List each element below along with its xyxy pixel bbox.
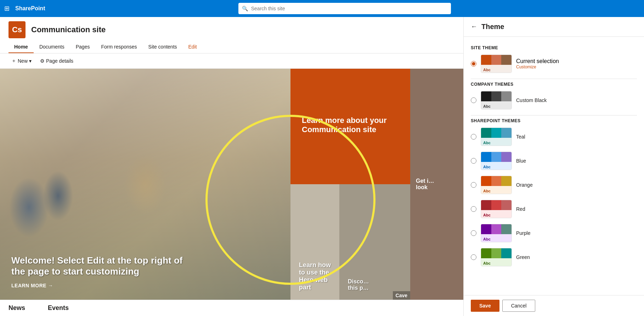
hero-main-tile[interactable]: Welcome! Select Edit at the top right of… bbox=[0, 69, 290, 300]
swatch-abc-orange: Abc bbox=[483, 189, 491, 193]
theme-swatch-blue: Abc bbox=[481, 152, 512, 170]
hero-tile-partial[interactable]: Get i…look bbox=[410, 69, 463, 300]
swatch-abc-blue: Abc bbox=[483, 165, 491, 169]
hero-tiles-bottom: Learn how to use the Hero web part Disco… bbox=[290, 184, 410, 300]
nav-home[interactable]: Home bbox=[9, 41, 34, 53]
toolbar: ＋ New ▾ ⚙ Page details bbox=[0, 53, 463, 69]
site-theme-label: Site theme bbox=[471, 45, 637, 50]
back-arrow-icon: ← bbox=[471, 23, 477, 30]
theme-option-red[interactable]: Abc Red bbox=[471, 200, 637, 218]
hero-tile-2-heading: Learn how to use the Hero web part bbox=[299, 261, 331, 291]
swatch-abc-custom-black: Abc bbox=[483, 104, 491, 108]
theme-swatch-green: Abc bbox=[481, 248, 512, 266]
theme-name-purple: Purple bbox=[516, 230, 530, 236]
theme-swatch-teal: Abc bbox=[481, 128, 512, 146]
theme-swatch-red: Abc bbox=[481, 200, 512, 218]
nav-documents[interactable]: Documents bbox=[34, 41, 70, 53]
nav-form-responses[interactable]: Form responses bbox=[95, 41, 142, 53]
panel-back-button[interactable]: ← bbox=[471, 23, 477, 30]
panel-footer: Save Cancel bbox=[464, 295, 644, 316]
theme-name-current: Current selection Customize bbox=[516, 58, 559, 69]
theme-swatch-current: Abc bbox=[481, 55, 512, 73]
swatch-abc-purple: Abc bbox=[483, 237, 491, 241]
nav-edit[interactable]: Edit bbox=[183, 41, 203, 53]
divider-1 bbox=[471, 79, 637, 79]
hero-learn-more-link[interactable]: LEARN MORE → bbox=[11, 283, 279, 288]
theme-option-current[interactable]: Abc Current selection Customize bbox=[471, 55, 637, 73]
panel-header: ← Theme bbox=[464, 17, 644, 37]
grid-icon[interactable]: ⊞ bbox=[4, 5, 10, 12]
swatch-abc-green: Abc bbox=[483, 261, 491, 265]
hero-main-bg: Welcome! Select Edit at the top right of… bbox=[0, 69, 290, 300]
theme-option-blue[interactable]: Abc Blue bbox=[471, 152, 637, 170]
theme-name-custom-black: Custom Black bbox=[516, 97, 547, 103]
save-button[interactable]: Save bbox=[471, 300, 499, 312]
hero-section: Welcome! Select Edit at the top right of… bbox=[0, 69, 463, 300]
theme-name-teal: Teal bbox=[516, 134, 525, 140]
theme-radio-green[interactable] bbox=[471, 254, 476, 260]
theme-radio-blue[interactable] bbox=[471, 158, 476, 164]
events-section-title: Events bbox=[48, 304, 69, 312]
search-bar: 🔍 bbox=[238, 3, 451, 14]
theme-name-green: Green bbox=[516, 254, 530, 260]
hero-tile-1[interactable]: Learn more about your Communication site bbox=[290, 69, 410, 184]
theme-name-blue: Blue bbox=[516, 158, 526, 164]
search-input[interactable] bbox=[238, 3, 451, 14]
search-icon: 🔍 bbox=[242, 6, 248, 11]
cave-label: Cave bbox=[393, 291, 410, 300]
hero-tiles: Learn more about your Communication site… bbox=[290, 69, 410, 300]
site-header-top: Cs Communication site bbox=[9, 21, 455, 38]
theme-radio-current[interactable] bbox=[471, 61, 476, 67]
swatch-abc-red: Abc bbox=[483, 213, 491, 217]
swatch-abc-current: Abc bbox=[483, 68, 491, 72]
swatch-abc-teal: Abc bbox=[483, 141, 491, 145]
theme-panel: ← Theme Site theme Abc Current se bbox=[463, 17, 644, 316]
nav-site-contents[interactable]: Site contents bbox=[143, 41, 183, 53]
hero-tile-3-heading: Disco…this p… bbox=[348, 278, 402, 291]
hero-content: Welcome! Select Edit at the top right of… bbox=[11, 255, 279, 288]
customize-link[interactable]: Customize bbox=[516, 64, 559, 69]
theme-radio-orange[interactable] bbox=[471, 182, 476, 188]
site-header: Cs Communication site Home Documents Pag… bbox=[0, 17, 463, 53]
panel-body: Site theme Abc Current selection Customi… bbox=[464, 37, 644, 295]
new-button[interactable]: ＋ New ▾ bbox=[9, 56, 34, 66]
hero-tile-1-heading: Learn more about your Communication site bbox=[302, 116, 399, 134]
theme-option-green[interactable]: Abc Green bbox=[471, 248, 637, 266]
hero-tile-3[interactable]: Disco…this p… Cave bbox=[339, 184, 410, 300]
divider-2 bbox=[471, 115, 637, 115]
hero-tile-2[interactable]: Learn how to use the Hero web part bbox=[290, 184, 339, 300]
theme-name-red: Red bbox=[516, 206, 525, 212]
theme-radio-purple[interactable] bbox=[471, 230, 476, 236]
top-nav: ⊞ SharePoint 🔍 bbox=[0, 0, 644, 17]
bottom-bar: News Events bbox=[0, 300, 463, 316]
theme-option-orange[interactable]: Abc Orange bbox=[471, 176, 637, 194]
theme-radio-custom-black[interactable] bbox=[471, 97, 476, 103]
page-details-button[interactable]: ⚙ Page details bbox=[37, 57, 76, 65]
site-title: Communication site bbox=[31, 25, 106, 34]
theme-option-purple[interactable]: Abc Purple bbox=[471, 224, 637, 242]
site-nav: Home Documents Pages Form responses Site… bbox=[9, 41, 455, 53]
theme-option-custom-black[interactable]: Abc Custom Black bbox=[471, 91, 637, 109]
theme-swatch-purple: Abc bbox=[481, 224, 512, 242]
theme-radio-red[interactable] bbox=[471, 206, 476, 212]
main-wrapper: Cs Communication site Home Documents Pag… bbox=[0, 17, 644, 316]
cancel-button[interactable]: Cancel bbox=[502, 300, 536, 312]
theme-name-orange: Orange bbox=[516, 182, 533, 188]
theme-radio-teal[interactable] bbox=[471, 134, 476, 140]
sharepoint-themes-label: SharePoint themes bbox=[471, 118, 637, 123]
site-logo: Cs bbox=[9, 21, 26, 38]
news-section-title: News bbox=[9, 304, 25, 312]
chevron-down-icon: ▾ bbox=[29, 58, 32, 64]
theme-option-teal[interactable]: Abc Teal bbox=[471, 128, 637, 146]
theme-swatch-orange: Abc bbox=[481, 176, 512, 194]
brand-name: SharePoint bbox=[15, 5, 45, 12]
nav-pages[interactable]: Pages bbox=[70, 41, 96, 53]
site-content: Cs Communication site Home Documents Pag… bbox=[0, 17, 463, 316]
plus-icon: ＋ bbox=[11, 58, 16, 64]
hero-tile-partial-text: Get i…look bbox=[416, 178, 458, 191]
panel-title: Theme bbox=[481, 23, 504, 31]
hero-heading: Welcome! Select Edit at the top right of… bbox=[11, 255, 188, 277]
company-themes-label: Company themes bbox=[471, 82, 637, 87]
gear-icon: ⚙ bbox=[40, 58, 45, 64]
theme-swatch-custom-black: Abc bbox=[481, 91, 512, 109]
